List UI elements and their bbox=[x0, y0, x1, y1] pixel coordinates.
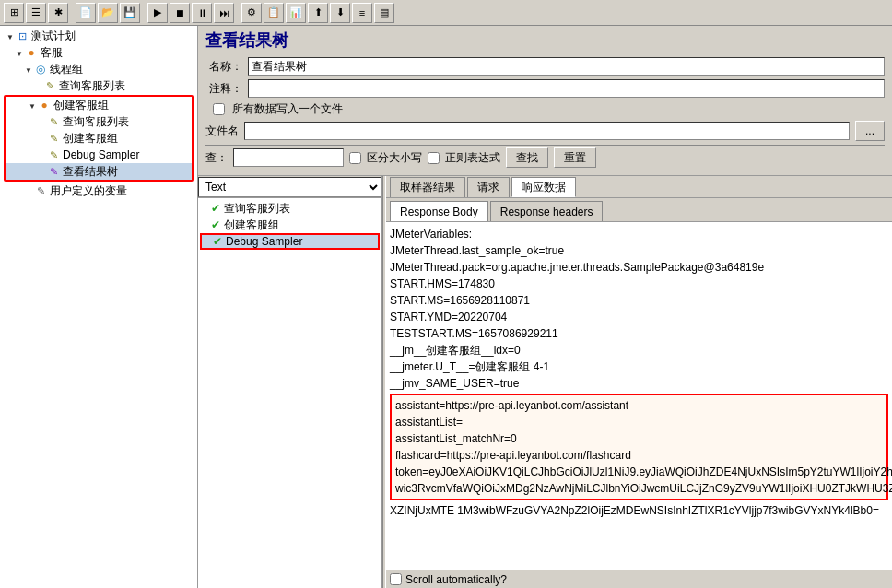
tb-btn-chart[interactable]: 📊 bbox=[286, 3, 306, 23]
comment-label: 注释： bbox=[205, 81, 242, 97]
header-area: 查看结果树 名称： 注释： 所有数据写入一个文件 文件名 ... bbox=[198, 26, 892, 175]
tb-btn-save[interactable]: 💾 bbox=[120, 3, 140, 23]
regex-checkbox[interactable] bbox=[428, 152, 440, 164]
tree-item-create-group2[interactable]: ✎ 创建客服组 bbox=[6, 130, 192, 147]
debug-icon: ✎ bbox=[46, 147, 61, 162]
main-tabs: 取样器结果 请求 响应数据 bbox=[386, 176, 892, 198]
scroll-auto-row: Scroll automatically? bbox=[386, 570, 892, 588]
response-body: JMeterVariables: JMeterThread.last_sampl… bbox=[386, 222, 892, 570]
expand-icon[interactable] bbox=[24, 65, 33, 74]
tb-btn-1[interactable]: ⊞ bbox=[4, 3, 24, 23]
file-input[interactable] bbox=[244, 122, 850, 140]
text-tree-label: 查询客服列表 bbox=[224, 201, 290, 217]
tb-btn-menu[interactable]: ≡ bbox=[352, 3, 372, 23]
comment-input[interactable] bbox=[248, 79, 885, 98]
sub-tabs: Response Body Response headers bbox=[386, 198, 892, 222]
toolbar: ⊞ ☰ ✱ 📄 📂 💾 ▶ ⏹ ⏸ ⏭ ⚙ 📋 📊 ⬆ ⬇ ≡ ▤ bbox=[0, 0, 892, 26]
search-row: 查： 区分大小写 正则表达式 查找 重置 bbox=[205, 147, 885, 168]
name-label: 名称： bbox=[205, 59, 242, 75]
tab-sampler-results[interactable]: 取样器结果 bbox=[390, 177, 465, 197]
response-line: JMeterVariables: bbox=[390, 226, 888, 242]
tab-request[interactable]: 请求 bbox=[467, 177, 510, 197]
sub-tab-response-body[interactable]: Response Body bbox=[390, 201, 488, 221]
tree-label: 客服 bbox=[41, 45, 63, 61]
tab-response-data[interactable]: 响应数据 bbox=[511, 177, 576, 197]
page-title: 查看结果树 bbox=[205, 29, 885, 52]
tb-btn-next[interactable]: ⏭ bbox=[214, 3, 234, 23]
tree-item-query-list2[interactable]: ✎ 查询客服列表 bbox=[6, 113, 192, 130]
text-tree-label: 创建客服组 bbox=[224, 218, 279, 233]
create-icon: ✎ bbox=[46, 131, 61, 146]
text-tree-item-create[interactable]: ✔ 创建客服组 bbox=[200, 217, 380, 233]
var-icon: ✎ bbox=[33, 183, 48, 198]
check-icon-1: ✔ bbox=[211, 202, 220, 215]
response-line: START.MS=1656928110871 bbox=[390, 292, 888, 309]
name-input[interactable] bbox=[248, 57, 885, 76]
tree-item-user-var[interactable]: ✎ 用户定义的变量 bbox=[2, 182, 195, 199]
sub-tab-response-headers[interactable]: Response headers bbox=[490, 201, 604, 221]
tb-btn-3[interactable]: ✱ bbox=[48, 3, 68, 23]
tree-item-debug-sampler[interactable]: ✎ Debug Sampler bbox=[6, 147, 192, 163]
comment-row: 注释： bbox=[205, 79, 885, 98]
tree-item-client[interactable]: ● 客服 bbox=[2, 44, 195, 61]
create-group-icon: ● bbox=[37, 98, 52, 112]
tb-btn-list[interactable]: ▤ bbox=[374, 3, 394, 23]
tree-item-thread-group[interactable]: ◎ 线程组 bbox=[2, 61, 195, 77]
case-checkbox[interactable] bbox=[349, 152, 361, 164]
tree-label: Debug Sampler bbox=[63, 148, 139, 161]
text-tree: ✔ 查询客服列表 ✔ 创建客服组 ✔ Debug S bbox=[198, 198, 381, 588]
tb-btn-settings[interactable]: ⚙ bbox=[241, 3, 262, 23]
tree-item-test-plan[interactable]: ⊡ 测试计划 bbox=[2, 28, 195, 44]
test-plan-icon: ⊡ bbox=[15, 29, 29, 43]
tb-btn-stop[interactable]: ⏹ bbox=[170, 3, 190, 23]
tree-item-query-list[interactable]: ✎ 查询客服列表 bbox=[2, 77, 195, 94]
scroll-auto-checkbox[interactable] bbox=[390, 573, 402, 585]
tb-btn-pause[interactable]: ⏸ bbox=[192, 3, 212, 23]
tb-btn-down[interactable]: ⬇ bbox=[330, 3, 350, 23]
search-label: 查： bbox=[205, 150, 228, 166]
main-layout: ⊡ 测试计划 ● 客服 ◎ 线程组 bbox=[0, 26, 892, 588]
check-icon-3: ✔ bbox=[213, 235, 222, 248]
expand-icon bbox=[37, 117, 46, 126]
expand-icon[interactable] bbox=[6, 31, 15, 41]
tree-label: 创建客服组 bbox=[53, 98, 109, 113]
text-dropdown[interactable]: Text bbox=[198, 177, 381, 197]
expand-icon bbox=[24, 186, 33, 195]
search-input[interactable] bbox=[233, 148, 344, 167]
tree-item-create-group[interactable]: ● 创建客服组 bbox=[6, 97, 192, 113]
scroll-auto-label: Scroll automatically? bbox=[405, 573, 507, 586]
expand-icon[interactable] bbox=[28, 100, 37, 110]
name-row: 名称： bbox=[205, 57, 885, 76]
tb-btn-up[interactable]: ⬆ bbox=[308, 3, 328, 23]
expand-icon[interactable] bbox=[15, 48, 24, 57]
reset-button[interactable]: 重置 bbox=[554, 147, 596, 168]
query-icon: ✎ bbox=[42, 78, 57, 93]
response-line: TESTSTART.MS=1657086929211 bbox=[390, 325, 888, 342]
text-tree-item-debug[interactable]: ✔ Debug Sampler bbox=[200, 233, 380, 250]
tb-btn-new[interactable]: 📄 bbox=[76, 3, 96, 23]
response-line-h1: assistantList= bbox=[395, 414, 883, 430]
tree-label: 测试计划 bbox=[31, 29, 76, 44]
response-line-h5: wic3RvcmVfaWQiOiJxMDg2NzAwNjMiLCJlbnYiOi… bbox=[395, 480, 883, 497]
tree-label: 查询客服列表 bbox=[59, 78, 125, 94]
expand-icon bbox=[37, 134, 46, 143]
right-panel: 查看结果树 名称： 注释： 所有数据写入一个文件 文件名 ... bbox=[198, 26, 892, 588]
tree-container: ⊡ 测试计划 ● 客服 ◎ 线程组 bbox=[0, 26, 197, 201]
tb-btn-play[interactable]: ▶ bbox=[147, 3, 168, 23]
case-label: 区分大小写 bbox=[367, 150, 422, 166]
tb-btn-2[interactable]: ☰ bbox=[26, 3, 46, 23]
response-line: START.YMD=20220704 bbox=[390, 309, 888, 325]
text-panel: Text ✔ 查询客服列表 ✔ 创建客服组 bbox=[198, 176, 382, 588]
regex-label: 正则表达式 bbox=[445, 150, 500, 166]
browse-button[interactable]: ... bbox=[855, 121, 885, 141]
tb-btn-clipboard[interactable]: 📋 bbox=[264, 3, 284, 23]
content-area: Text ✔ 查询客服列表 ✔ 创建客服组 bbox=[198, 175, 892, 588]
text-tree-item-query[interactable]: ✔ 查询客服列表 bbox=[200, 200, 380, 217]
tb-btn-open[interactable]: 📂 bbox=[98, 3, 118, 23]
tree-item-view-result[interactable]: ✎ 查看结果树 bbox=[6, 163, 192, 180]
response-line: JMeterThread.pack=org.apache.jmeter.thre… bbox=[390, 259, 888, 276]
search-button[interactable]: 查找 bbox=[506, 147, 548, 168]
response-line-h2: assistantList_matchNr=0 bbox=[395, 430, 883, 447]
write-all-checkbox[interactable] bbox=[213, 103, 225, 115]
response-line: __jmeter.U_T__=创建客服组 4-1 bbox=[390, 359, 888, 375]
